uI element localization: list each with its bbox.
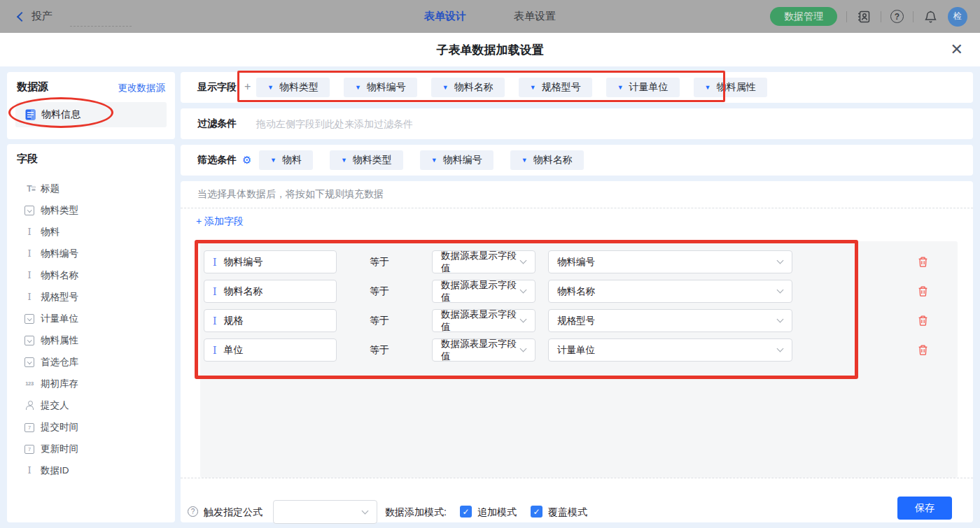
caret-down-icon: ▼ xyxy=(617,84,624,91)
rule-value-select[interactable]: 物料名称 xyxy=(548,280,792,303)
field-tag[interactable]: ▼物料类型 xyxy=(330,150,403,170)
field-item[interactable]: 提交时间 xyxy=(17,416,165,438)
rule-target-field[interactable]: I 物料编号 xyxy=(204,250,337,273)
filter-dropzone[interactable]: 拖动左侧字段到此处来添加过滤条件 xyxy=(256,118,413,131)
field-item-label: 更新时间 xyxy=(41,443,78,455)
bell-icon[interactable] xyxy=(923,9,938,24)
chevron-down-icon xyxy=(520,257,527,264)
rule-target-field[interactable]: I 规格 xyxy=(204,309,337,332)
field-item[interactable]: 物料类型 xyxy=(17,199,165,221)
rule-value-select[interactable]: 物料编号 xyxy=(548,250,792,273)
field-item-label: 期初库存 xyxy=(41,378,78,390)
avatar[interactable]: 检 xyxy=(948,7,967,27)
field-item[interactable]: 数据ID xyxy=(17,459,165,481)
filter-label: 过滤条件 xyxy=(197,117,237,130)
field-tag[interactable]: ▼物料编号 xyxy=(420,150,493,170)
caret-down-icon: ▼ xyxy=(431,157,438,164)
caret-down-icon: ▼ xyxy=(705,84,711,91)
delete-rule-icon[interactable] xyxy=(917,344,929,356)
field-item[interactable]: 更新时间 xyxy=(17,438,165,459)
sift-row: 筛选条件 ⚙ ▼物料 ▼物料类型 ▼物料编号 ▼物料名称 xyxy=(181,145,973,176)
field-tag[interactable]: ▼物料 xyxy=(259,150,313,170)
contacts-icon[interactable] xyxy=(856,9,872,24)
rule-row: I 物料名称 等于 数据源表显示字段值 物料名称 xyxy=(181,280,973,303)
chevron-down-icon xyxy=(777,287,784,294)
add-rule-field-link[interactable]: + 添加字段 xyxy=(196,215,244,228)
field-item-label: 物料编号 xyxy=(41,248,78,260)
rule-source-value: 数据源表显示字段值 xyxy=(441,338,521,363)
chevron-down-icon xyxy=(777,316,784,323)
tab-form-design[interactable]: 表单设计 xyxy=(424,10,466,23)
overwrite-mode-checkbox[interactable]: ✓ xyxy=(531,506,542,518)
field-tag[interactable]: ▼物料名称 xyxy=(510,150,584,170)
field-tag[interactable]: ▼物料属性 xyxy=(694,78,767,97)
rule-value-select[interactable]: 规格型号 xyxy=(548,309,792,332)
app-root: 投产 表单设计 表单设置 数据管理 ? xyxy=(0,0,980,528)
add-display-field-button[interactable]: + xyxy=(244,80,251,93)
help-circle-icon[interactable]: ? xyxy=(188,506,198,517)
tab-form-settings[interactable]: 表单设置 xyxy=(514,10,556,23)
page-title: 子表单数据加载设置 xyxy=(437,42,544,58)
chevron-down-icon xyxy=(777,257,784,264)
data-manage-button[interactable]: 数据管理 xyxy=(770,7,837,26)
field-item[interactable]: 物料名称 xyxy=(17,264,165,286)
rule-value-select[interactable]: 计量单位 xyxy=(548,338,792,362)
field-item[interactable]: 规格型号 xyxy=(17,286,165,308)
field-item-label: 数据ID xyxy=(41,464,69,477)
field-tag-label: 物料名称 xyxy=(533,154,573,166)
chevron-down-icon xyxy=(520,316,527,323)
datasource-item[interactable]: 物料信息 xyxy=(15,102,167,127)
field-tag-label: 物料属性 xyxy=(717,81,756,94)
change-datasource-link[interactable]: 更改数据源 xyxy=(118,82,166,94)
gear-icon[interactable]: ⚙ xyxy=(242,154,251,166)
divider xyxy=(181,208,973,208)
append-mode-checkbox[interactable]: ✓ xyxy=(460,506,472,518)
field-item[interactable]: 标题 xyxy=(17,178,165,199)
rule-field-label: 物料编号 xyxy=(224,256,263,269)
delete-rule-icon[interactable] xyxy=(917,315,929,327)
field-tag[interactable]: ▼规格型号 xyxy=(519,78,592,97)
field-tag[interactable]: ▼计量单位 xyxy=(606,78,680,97)
field-item[interactable]: 期初库存 xyxy=(17,373,165,394)
rule-target-field[interactable]: I 单位 xyxy=(204,338,337,362)
rule-source-select[interactable]: 数据源表显示字段值 xyxy=(432,309,536,332)
field-item[interactable]: 物料属性 xyxy=(17,329,165,351)
rule-row: I 单位 等于 数据源表显示字段值 计量单位 xyxy=(181,338,973,362)
caret-down-icon: ▼ xyxy=(442,84,449,91)
rule-source-select[interactable]: 数据源表显示字段值 xyxy=(432,338,536,362)
rule-target-field[interactable]: I 物料名称 xyxy=(204,280,337,303)
rule-field-label: 规格 xyxy=(224,315,244,327)
field-tag[interactable]: ▼物料名称 xyxy=(431,78,505,97)
text-field-icon: I xyxy=(213,257,217,268)
field-item[interactable]: 提交人 xyxy=(17,394,165,416)
date-field-icon xyxy=(24,422,35,433)
delete-rule-icon[interactable] xyxy=(917,285,929,297)
rule-source-select[interactable]: 数据源表显示字段值 xyxy=(432,280,536,303)
text-field-icon: I xyxy=(213,315,217,327)
save-button[interactable]: 保存 xyxy=(897,497,952,520)
close-icon[interactable]: ✕ xyxy=(951,33,963,66)
delete-rule-icon[interactable] xyxy=(917,256,929,268)
field-item[interactable]: 物料编号 xyxy=(17,243,165,264)
field-tag[interactable]: ▼物料类型 xyxy=(256,78,330,97)
select-field-icon xyxy=(24,205,35,216)
form-doc-icon xyxy=(25,109,36,120)
rules-footer: ? 触发指定公式 数据添加模式: ✓ 追加模式 ✓ 覆盖模式 保存 xyxy=(181,478,973,522)
formula-select[interactable] xyxy=(273,500,377,524)
help-icon[interactable]: ? xyxy=(890,10,904,23)
field-item-label: 规格型号 xyxy=(41,291,78,304)
field-item[interactable]: 物料 xyxy=(17,221,165,243)
field-tag-label: 物料类型 xyxy=(279,81,318,94)
field-tag[interactable]: ▼物料编号 xyxy=(344,78,417,97)
rule-source-select[interactable]: 数据源表显示字段值 xyxy=(432,250,536,273)
rule-source-value: 数据源表显示字段值 xyxy=(441,250,521,275)
formula-trigger-label: 触发指定公式 xyxy=(204,506,262,519)
field-item[interactable]: 计量单位 xyxy=(17,308,165,329)
person-field-icon xyxy=(24,400,35,411)
divider xyxy=(913,11,913,22)
field-item-label: 计量单位 xyxy=(41,313,78,325)
field-item[interactable]: 首选仓库 xyxy=(17,351,165,373)
field-item-label: 物料 xyxy=(41,226,59,238)
field-tag-label: 规格型号 xyxy=(542,81,581,94)
field-item-label: 标题 xyxy=(41,183,59,195)
